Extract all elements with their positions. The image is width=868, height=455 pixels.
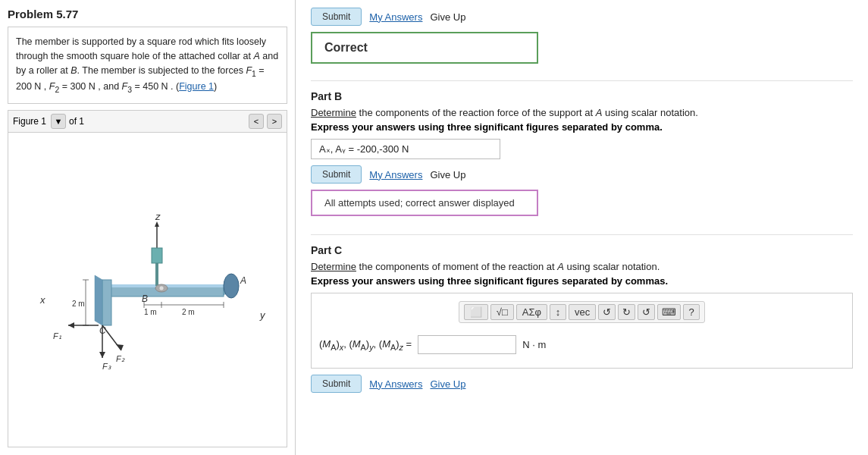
- part-b-section: Part B Determine the components of the r…: [311, 90, 853, 222]
- problem-title: Problem 5.77: [8, 8, 287, 20]
- part-c-bold-instruction: Express your answers using three signifi…: [311, 275, 853, 287]
- figure-header: Figure 1 ▼ of 1 < >: [8, 111, 287, 133]
- svg-text:F₁: F₁: [53, 331, 61, 340]
- figure-body: z y x A: [8, 133, 287, 447]
- math-alpha-btn[interactable]: ΑΣφ: [516, 304, 547, 320]
- svg-text:2 m: 2 m: [182, 308, 195, 316]
- svg-text:2 m: 2 m: [72, 300, 85, 308]
- math-grid-btn[interactable]: ⬜: [464, 304, 488, 320]
- math-redo-btn[interactable]: ↻: [618, 304, 635, 320]
- part-b-my-answers-btn[interactable]: My Answers: [369, 169, 422, 180]
- math-help-btn[interactable]: ?: [683, 304, 700, 320]
- figure-of-label: of 1: [69, 116, 84, 127]
- part-a-action-row: Submit My Answers Give Up: [311, 8, 853, 26]
- math-vec-btn[interactable]: vec: [569, 304, 596, 320]
- left-panel: Problem 5.77 The member is supported by …: [0, 0, 296, 455]
- right-panel: Submit My Answers Give Up Correct Part B…: [296, 0, 868, 455]
- part-c-action-row: Submit My Answers Give Up: [311, 375, 853, 393]
- svg-text:1 m: 1 m: [144, 308, 157, 316]
- svg-point-16: [159, 286, 164, 290]
- part-c-title: Part C: [311, 244, 853, 256]
- part-a-submit-btn[interactable]: Submit: [311, 8, 362, 26]
- part-b-instruction: Determine the components of the reaction…: [311, 107, 853, 118]
- attempts-box: All attempts used; correct answer displa…: [311, 190, 538, 216]
- part-c-input-box: ⬜ √□ ΑΣφ ↕ vec ↺ ↻ ↺ ⌨ ? (MA)x, (MA)y, (…: [311, 293, 853, 369]
- part-b-bold-instruction: Express your answers using three signifi…: [311, 121, 853, 133]
- figure-dropdown-btn[interactable]: ▼: [51, 114, 66, 129]
- chevron-icon: ▼: [55, 117, 63, 126]
- part-c-answer-row: (MA)x, (MA)y, (MA)z = N · m: [319, 335, 844, 354]
- part-c-label: (MA)x, (MA)y, (MA)z =: [319, 338, 412, 352]
- figure-container: Figure 1 ▼ of 1 < > z y: [8, 110, 287, 447]
- part-a-give-up-label: Give Up: [430, 11, 465, 23]
- figure-prev-btn[interactable]: <: [249, 114, 264, 129]
- math-keyboard-btn[interactable]: ⌨: [657, 304, 681, 320]
- divider-2: [311, 234, 853, 235]
- left-arrow-icon: <: [254, 117, 259, 126]
- svg-marker-10: [95, 275, 102, 325]
- part-a-my-answers-btn[interactable]: My Answers: [369, 11, 422, 23]
- svg-marker-31: [68, 322, 74, 328]
- part-c-instruction: Determine the components of moment of th…: [311, 261, 853, 272]
- part-c-section: Part C Determine the components of momen…: [311, 244, 853, 393]
- part-c-unit: N · m: [522, 339, 546, 350]
- part-b-title: Part B: [311, 90, 853, 102]
- svg-marker-37: [99, 352, 105, 358]
- part-c-answer-input[interactable]: [418, 335, 516, 354]
- svg-text:B: B: [142, 293, 148, 304]
- math-reset-btn[interactable]: ↺: [638, 304, 655, 320]
- svg-text:z: z: [155, 211, 161, 222]
- part-b-give-up-label: Give Up: [430, 169, 465, 180]
- divider-1: [311, 80, 853, 81]
- part-b-submit-btn[interactable]: Submit: [311, 165, 362, 184]
- math-updown-btn[interactable]: ↕: [550, 304, 566, 320]
- svg-rect-14: [152, 248, 162, 263]
- figure-next-btn[interactable]: >: [267, 114, 282, 129]
- svg-marker-4: [155, 221, 159, 227]
- figure-diagram: z y x A: [27, 206, 269, 373]
- math-sqrt-btn[interactable]: √□: [490, 304, 514, 320]
- svg-text:F₂: F₂: [116, 354, 125, 363]
- svg-text:F₃: F₃: [102, 362, 111, 371]
- svg-text:y: y: [259, 309, 266, 321]
- part-b-input-row: Aₓ, Aᵧ = -200,-300 N: [311, 139, 853, 159]
- part-b-action-row: Submit My Answers Give Up: [311, 165, 853, 184]
- figure-label: Figure 1: [13, 116, 46, 127]
- svg-marker-34: [116, 344, 124, 350]
- math-toolbar: ⬜ √□ ΑΣφ ↕ vec ↺ ↻ ↺ ⌨ ?: [459, 301, 705, 323]
- math-undo-btn[interactable]: ↺: [598, 304, 616, 320]
- right-arrow-icon: >: [272, 117, 277, 126]
- part-c-give-up-btn[interactable]: Give Up: [430, 378, 465, 390]
- correct-box: Correct: [311, 32, 538, 64]
- problem-description: The member is supported by a square rod …: [8, 27, 287, 104]
- svg-point-11: [224, 274, 239, 298]
- part-c-my-answers-btn[interactable]: My Answers: [369, 378, 422, 390]
- part-c-submit-btn[interactable]: Submit: [311, 375, 362, 393]
- figure-counter: ▼ of 1: [51, 114, 84, 129]
- part-b-answer-box[interactable]: Aₓ, Aᵧ = -200,-300 N: [311, 139, 500, 159]
- svg-text:A: A: [240, 275, 246, 286]
- svg-rect-9: [102, 280, 111, 325]
- svg-text:x: x: [39, 294, 45, 306]
